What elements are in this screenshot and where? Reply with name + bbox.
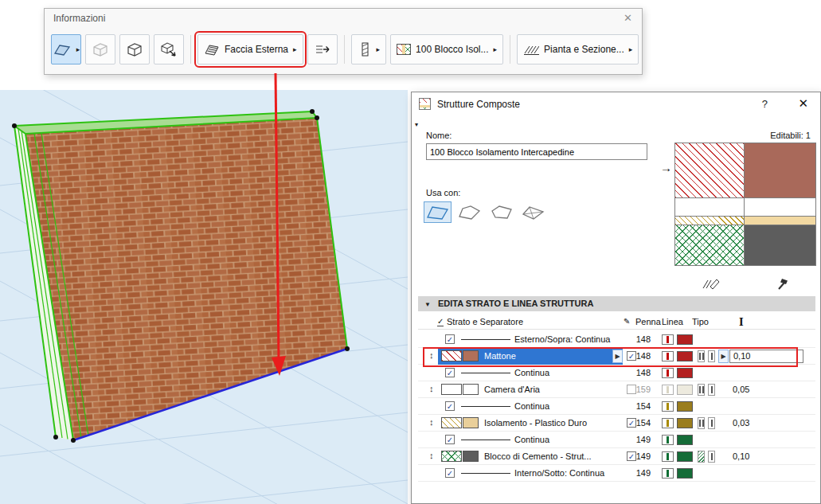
- surface-swatch[interactable]: [463, 384, 479, 395]
- end-line-type-icon[interactable]: [698, 350, 705, 362]
- preview-layer[interactable]: [674, 225, 817, 266]
- pen-number[interactable]: 149: [631, 451, 651, 461]
- separator-checkbox[interactable]: ✓: [445, 334, 455, 344]
- table-row[interactable]: ✓Interno/Sotto: Continua149: [418, 465, 815, 482]
- cut-fill-swatch[interactable]: [441, 350, 462, 361]
- line-pen-swatch[interactable]: [662, 468, 674, 479]
- thickness-value[interactable]: 0,03: [733, 418, 749, 428]
- use-with-mesh-toggle[interactable]: [519, 201, 547, 223]
- pen-number[interactable]: 149: [631, 435, 651, 444]
- pen-color-swatch[interactable]: [677, 435, 693, 445]
- pen-number[interactable]: 148: [631, 351, 651, 361]
- end-line-type-icon[interactable]: [708, 384, 715, 396]
- line-pen-swatch[interactable]: [662, 401, 674, 412]
- line-pen-swatch[interactable]: [662, 435, 674, 445]
- pen-number[interactable]: 159: [631, 385, 651, 394]
- composite-structure-button[interactable]: 100 Blocco Isol... ▸: [390, 34, 503, 64]
- table-row[interactable]: ✓Esterno/Sopra: Continua148: [418, 331, 815, 348]
- row-drag-handle[interactable]: ↕: [429, 451, 434, 460]
- pen-number[interactable]: 154: [631, 418, 651, 428]
- pen-number[interactable]: 148: [631, 334, 651, 344]
- type-dropdown-button[interactable]: ▶: [718, 350, 729, 363]
- dropdown-arrow-icon: ▸: [293, 45, 297, 53]
- pen-color-swatch[interactable]: [677, 418, 693, 428]
- end-line-type-icon[interactable]: [698, 451, 705, 463]
- close-icon[interactable]: ✕: [798, 96, 808, 111]
- row-drag-handle[interactable]: ↕: [429, 417, 434, 427]
- close-icon[interactable]: ✕: [624, 12, 632, 24]
- table-row[interactable]: ↕Mattone▶✓148▶0,10: [418, 348, 815, 365]
- line-pen-swatch[interactable]: [662, 351, 674, 361]
- pen-color-swatch[interactable]: [677, 468, 693, 479]
- end-line-type-icon[interactable]: [708, 417, 715, 429]
- pen-color-swatch[interactable]: [677, 451, 693, 462]
- panel-collapse-arrow[interactable]: ▾: [415, 121, 418, 128]
- end-line-type-icon[interactable]: [708, 451, 715, 463]
- surface-swatch[interactable]: [463, 451, 479, 462]
- thickness-field[interactable]: 0,10: [729, 350, 803, 363]
- table-row[interactable]: ✓Continua154: [418, 398, 815, 415]
- line-pen-swatch[interactable]: [662, 368, 674, 378]
- pen-color-swatch[interactable]: [677, 385, 693, 395]
- separator-checkbox[interactable]: ✓: [445, 468, 455, 478]
- cut-fill-swatch[interactable]: [441, 451, 462, 462]
- table-row[interactable]: ✓Continua149: [418, 432, 815, 448]
- pianta-sezione-button[interactable]: Pianta e Sezione... ▸: [517, 34, 639, 64]
- thickness-value[interactable]: 0,05: [733, 385, 749, 394]
- pen-color-swatch[interactable]: [677, 401, 693, 412]
- cut-fill-swatch[interactable]: [441, 384, 462, 395]
- pen-color-swatch[interactable]: [677, 334, 693, 345]
- separator-checkbox[interactable]: ✓: [445, 368, 455, 377]
- select-body-tool-button[interactable]: [85, 34, 115, 64]
- preview-layer[interactable]: [674, 198, 817, 217]
- end-line-type-icon[interactable]: [698, 384, 705, 396]
- end-line-type-icon[interactable]: [708, 350, 715, 362]
- composite-dialog-icon: [419, 98, 431, 110]
- table-row[interactable]: ↕Blocco di Cemento - Strut...✓1490,10: [418, 448, 815, 465]
- pen-number[interactable]: 154: [631, 401, 651, 411]
- preview-layer[interactable]: [674, 143, 817, 198]
- line-pen-swatch[interactable]: [662, 334, 674, 345]
- surface-swatch[interactable]: [463, 350, 479, 361]
- transfer-settings-button[interactable]: [307, 34, 338, 64]
- faccia-esterna-button[interactable]: Faccia Esterna ▸: [197, 34, 303, 64]
- end-line-type-icon[interactable]: [698, 417, 705, 429]
- use-with-roof-toggle[interactable]: [487, 201, 515, 223]
- dialog-title-bar[interactable]: Strutture Composte ? ✕: [412, 92, 820, 116]
- help-icon[interactable]: ?: [762, 98, 768, 110]
- pen-color-swatch[interactable]: [677, 368, 693, 378]
- cut-fill-swatch[interactable]: [441, 417, 462, 428]
- separator-checkbox[interactable]: ✓: [445, 401, 455, 411]
- pen-color-swatch[interactable]: [677, 351, 693, 361]
- window-title[interactable]: Informazioni: [53, 13, 105, 24]
- edit-layer-section-header[interactable]: ▼ EDITA STRATO E LINEA STRUTTURA: [418, 296, 815, 311]
- nome-input[interactable]: [426, 143, 647, 160]
- row-drag-handle[interactable]: ↕: [429, 350, 434, 360]
- box-move-tool-button[interactable]: [154, 34, 184, 64]
- usa-con-label: Usa con:: [426, 188, 460, 197]
- viewport-3d[interactable]: [0, 90, 408, 504]
- line-pen-swatch[interactable]: [662, 385, 674, 395]
- select-face-tool-button[interactable]: ▸: [51, 34, 81, 64]
- thickness-value[interactable]: 0,10: [733, 451, 749, 461]
- cut-fill-pencil-icon[interactable]: [702, 277, 721, 292]
- table-row[interactable]: ↕Isolamento - Plastico Duro✓1540,03: [418, 415, 815, 432]
- line-pen-swatch[interactable]: [662, 451, 674, 462]
- pen-number[interactable]: 149: [631, 468, 651, 478]
- layer-surface: [744, 225, 816, 266]
- use-with-wall-toggle[interactable]: [424, 201, 452, 223]
- composite-preview[interactable]: [674, 143, 817, 266]
- table-row[interactable]: ✓Continua148: [418, 365, 815, 381]
- use-with-shell-toggle[interactable]: [455, 201, 483, 223]
- col-penna-label: Penna: [635, 317, 661, 326]
- line-pen-swatch[interactable]: [662, 418, 674, 428]
- separator-checkbox[interactable]: ✓: [445, 435, 455, 444]
- row-drag-handle[interactable]: ↕: [429, 384, 434, 393]
- wall-tool-button[interactable]: ▸: [351, 34, 387, 64]
- box-tool-button[interactable]: [119, 34, 150, 64]
- surface-swatch[interactable]: [463, 417, 479, 428]
- material-dropdown-button[interactable]: ▶: [612, 350, 623, 363]
- pen-number[interactable]: 148: [631, 368, 651, 377]
- table-row[interactable]: ↕Camera d'Aria1590,05: [418, 381, 815, 398]
- surface-hammer-icon[interactable]: [776, 277, 790, 292]
